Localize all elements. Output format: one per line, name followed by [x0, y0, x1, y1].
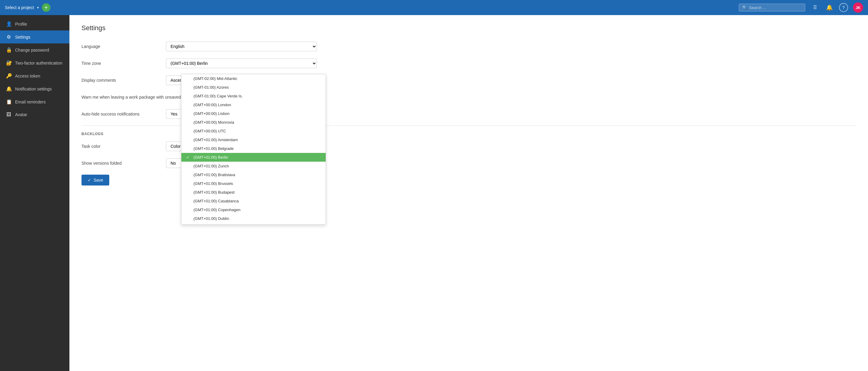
- two-factor-icon: 🔐: [6, 60, 11, 66]
- language-control[interactable]: English: [166, 42, 317, 51]
- search-icon: 🔍: [742, 5, 747, 10]
- avatar-icon: 🖼: [6, 112, 11, 117]
- timezone-option[interactable]: (GMT+01:00) Bratislava: [181, 170, 326, 179]
- grid-menu-icon[interactable]: ⠿: [810, 3, 820, 12]
- notification-settings-icon: 🔔: [6, 86, 11, 92]
- timezone-select[interactable]: (GMT+01:00) Berlin: [166, 59, 317, 68]
- timezone-option[interactable]: (GMT+00:00) London: [181, 100, 326, 109]
- access-token-label: Access token: [15, 74, 40, 78]
- notification-settings-label: Notification settings: [15, 87, 52, 91]
- notification-bell-icon[interactable]: 🔔: [825, 3, 834, 12]
- timezone-label: Time zone: [82, 61, 166, 66]
- timezone-option[interactable]: ✓(GMT+01:00) Berlin: [181, 153, 326, 162]
- sidebar: 👤 Profile ⚙ Settings 🔒 Change password 🔐…: [0, 15, 69, 371]
- timezone-option[interactable]: (GMT+01:00) Ljubljana: [181, 223, 326, 225]
- search-input[interactable]: [749, 5, 802, 10]
- timezone-option[interactable]: (GMT+01:00) Budapest: [181, 188, 326, 197]
- timezone-option[interactable]: (GMT+01:00) Dublin: [181, 214, 326, 223]
- add-project-button[interactable]: +: [42, 3, 51, 12]
- timezone-option[interactable]: (GMT+00:00) Monrovia: [181, 118, 326, 127]
- timezone-option[interactable]: (GMT-01:00) Cape Verde Is.: [181, 92, 326, 100]
- search-box[interactable]: 🔍: [739, 4, 805, 11]
- project-selector[interactable]: Select a project: [5, 5, 34, 10]
- email-reminders-label: Email reminders: [15, 100, 45, 104]
- main-content: Settings Language English Time zone (GMT…: [69, 15, 868, 371]
- language-row: Language English: [82, 41, 856, 52]
- profile-icon: 👤: [6, 21, 11, 27]
- save-checkmark-icon: ✓: [88, 178, 91, 182]
- timezone-option[interactable]: (GMT-02:00) Mid-Atlantic: [181, 74, 326, 83]
- sidebar-item-notification-settings[interactable]: 🔔 Notification settings: [0, 82, 69, 95]
- user-avatar[interactable]: JK: [853, 2, 863, 13]
- help-icon[interactable]: ?: [839, 3, 848, 12]
- timezone-option[interactable]: (GMT+01:00) Casablanca: [181, 197, 326, 205]
- sidebar-item-email-reminders[interactable]: 📋 Email reminders: [0, 95, 69, 108]
- profile-label: Profile: [15, 22, 27, 27]
- sidebar-item-change-password[interactable]: 🔒 Change password: [0, 43, 69, 57]
- timezone-option[interactable]: (GMT+00:00) UTC: [181, 127, 326, 135]
- auto-hide-label: Auto-hide success notifications: [82, 111, 166, 116]
- sidebar-item-two-factor[interactable]: 🔐 Two-factor authentication: [0, 57, 69, 69]
- app-layout: 👤 Profile ⚙ Settings 🔒 Change password 🔐…: [0, 15, 868, 371]
- settings-label: Settings: [15, 35, 30, 39]
- check-icon: ✓: [186, 155, 191, 160]
- change-password-icon: 🔒: [6, 47, 11, 53]
- timezone-option[interactable]: (GMT+01:00) Amsterdam: [181, 135, 326, 144]
- navbar-right: 🔍 ⠿ 🔔 ? JK: [739, 2, 863, 13]
- timezone-option[interactable]: (GMT-01:00) Azores: [181, 83, 326, 92]
- timezone-row: Time zone (GMT+01:00) Berlin: [82, 58, 856, 69]
- sidebar-item-avatar[interactable]: 🖼 Avatar: [0, 108, 69, 121]
- page-title: Settings: [82, 24, 856, 32]
- sidebar-item-settings[interactable]: ⚙ Settings: [0, 30, 69, 43]
- show-versions-label: Show versions folded: [82, 161, 166, 166]
- language-label: Language: [82, 44, 166, 49]
- save-button[interactable]: ✓ Save: [82, 175, 109, 186]
- timezone-option[interactable]: (GMT+01:00) Zurich: [181, 162, 326, 170]
- navbar-left: Select a project ▾ +: [5, 3, 51, 12]
- timezone-control[interactable]: (GMT+01:00) Berlin: [166, 59, 317, 68]
- timezone-option[interactable]: (GMT+01:00) Brussels: [181, 179, 326, 188]
- timezone-dropdown[interactable]: (GMT-02:00) Mid-Atlantic(GMT-01:00) Azor…: [181, 74, 326, 225]
- access-token-icon: 🔑: [6, 73, 11, 79]
- project-selector-chevron: ▾: [37, 6, 39, 10]
- two-factor-label: Two-factor authentication: [15, 61, 62, 65]
- sidebar-item-access-token[interactable]: 🔑 Access token: [0, 69, 69, 82]
- avatar-label: Avatar: [15, 112, 27, 117]
- change-password-label: Change password: [15, 48, 49, 53]
- timezone-option[interactable]: (GMT+01:00) Belgrade: [181, 144, 326, 153]
- sidebar-item-profile[interactable]: 👤 Profile: [0, 18, 69, 30]
- timezone-option[interactable]: (GMT+00:00) Lisbon: [181, 109, 326, 118]
- navbar: Select a project ▾ + 🔍 ⠿ 🔔 ? JK: [0, 0, 868, 15]
- email-reminders-icon: 📋: [6, 99, 11, 105]
- display-comments-label: Display comments: [82, 78, 166, 82]
- timezone-option[interactable]: (GMT+01:00) Copenhagen: [181, 205, 326, 214]
- language-select[interactable]: English: [166, 42, 317, 51]
- task-color-label: Task color: [82, 144, 166, 149]
- save-button-label: Save: [94, 178, 103, 182]
- settings-icon: ⚙: [6, 34, 11, 40]
